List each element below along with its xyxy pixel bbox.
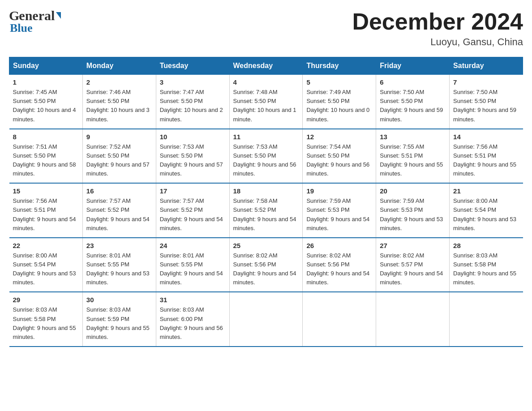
day-number: 6 bbox=[380, 78, 446, 86]
logo-g: G bbox=[9, 9, 19, 22]
col-header-tuesday: Tuesday bbox=[156, 57, 229, 75]
calendar-cell: 12Sunrise: 7:54 AMSunset: 5:50 PMDayligh… bbox=[303, 129, 376, 184]
day-number: 9 bbox=[86, 133, 152, 141]
day-info: Sunrise: 7:53 AMSunset: 5:50 PMDaylight:… bbox=[233, 142, 299, 179]
calendar-cell: 17Sunrise: 7:57 AMSunset: 5:52 PMDayligh… bbox=[156, 183, 229, 238]
calendar-cell: 26Sunrise: 8:02 AMSunset: 5:56 PMDayligh… bbox=[303, 238, 376, 292]
calendar-cell bbox=[450, 292, 523, 347]
calendar-cell bbox=[376, 292, 450, 347]
day-number: 30 bbox=[86, 296, 152, 304]
day-info: Sunrise: 8:01 AMSunset: 5:55 PMDaylight:… bbox=[86, 251, 152, 287]
calendar-header-row: SundayMondayTuesdayWednesdayThursdayFrid… bbox=[9, 57, 523, 75]
calendar-week-row: 8Sunrise: 7:51 AMSunset: 5:50 PMDaylight… bbox=[9, 129, 523, 184]
day-info: Sunrise: 8:00 AMSunset: 5:54 PMDaylight:… bbox=[13, 251, 79, 287]
day-info: Sunrise: 7:52 AMSunset: 5:50 PMDaylight:… bbox=[86, 142, 152, 179]
location-subtitle: Luoyu, Gansu, China bbox=[352, 36, 523, 48]
calendar-cell: 10Sunrise: 7:53 AMSunset: 5:50 PMDayligh… bbox=[156, 129, 229, 184]
col-header-saturday: Saturday bbox=[450, 57, 523, 75]
day-number: 2 bbox=[86, 78, 152, 86]
calendar-cell bbox=[303, 292, 376, 347]
calendar-cell: 11Sunrise: 7:53 AMSunset: 5:50 PMDayligh… bbox=[229, 129, 303, 184]
day-number: 20 bbox=[380, 187, 446, 195]
day-info: Sunrise: 7:56 AMSunset: 5:51 PMDaylight:… bbox=[453, 142, 519, 179]
calendar-cell: 9Sunrise: 7:52 AMSunset: 5:50 PMDaylight… bbox=[82, 129, 156, 184]
calendar-cell: 31Sunrise: 8:03 AMSunset: 6:00 PMDayligh… bbox=[156, 292, 229, 347]
calendar-cell: 7Sunrise: 7:50 AMSunset: 5:50 PMDaylight… bbox=[450, 75, 523, 129]
day-number: 26 bbox=[306, 242, 372, 249]
calendar-cell: 19Sunrise: 7:59 AMSunset: 5:53 PMDayligh… bbox=[303, 183, 376, 238]
day-info: Sunrise: 7:57 AMSunset: 5:52 PMDaylight:… bbox=[86, 197, 152, 233]
day-number: 7 bbox=[453, 78, 519, 86]
day-info: Sunrise: 8:03 AMSunset: 5:59 PMDaylight:… bbox=[86, 305, 152, 342]
day-info: Sunrise: 7:45 AMSunset: 5:50 PMDaylight:… bbox=[13, 88, 79, 124]
day-info: Sunrise: 7:57 AMSunset: 5:52 PMDaylight:… bbox=[160, 197, 226, 233]
day-number: 12 bbox=[306, 133, 372, 141]
calendar-cell: 13Sunrise: 7:55 AMSunset: 5:51 PMDayligh… bbox=[376, 129, 450, 184]
calendar-week-row: 29Sunrise: 8:03 AMSunset: 5:58 PMDayligh… bbox=[9, 292, 523, 347]
logo-eneral: eneral bbox=[19, 9, 55, 22]
day-info: Sunrise: 7:53 AMSunset: 5:50 PMDaylight:… bbox=[160, 142, 226, 179]
day-info: Sunrise: 8:03 AMSunset: 5:58 PMDaylight:… bbox=[13, 305, 79, 342]
day-number: 8 bbox=[13, 133, 79, 141]
calendar-cell bbox=[229, 292, 303, 347]
calendar-week-row: 15Sunrise: 7:56 AMSunset: 5:51 PMDayligh… bbox=[9, 183, 523, 238]
day-info: Sunrise: 7:54 AMSunset: 5:50 PMDaylight:… bbox=[306, 142, 372, 179]
day-number: 21 bbox=[453, 187, 519, 195]
day-info: Sunrise: 8:02 AMSunset: 5:57 PMDaylight:… bbox=[380, 251, 446, 287]
day-info: Sunrise: 7:46 AMSunset: 5:50 PMDaylight:… bbox=[86, 88, 152, 124]
day-number: 19 bbox=[306, 187, 372, 195]
day-info: Sunrise: 7:59 AMSunset: 5:53 PMDaylight:… bbox=[380, 197, 446, 233]
calendar-cell: 28Sunrise: 8:03 AMSunset: 5:58 PMDayligh… bbox=[450, 238, 523, 292]
day-info: Sunrise: 8:02 AMSunset: 5:56 PMDaylight:… bbox=[306, 251, 372, 287]
day-number: 23 bbox=[86, 242, 152, 249]
calendar-cell: 5Sunrise: 7:49 AMSunset: 5:50 PMDaylight… bbox=[303, 75, 376, 129]
logo-arrow-icon bbox=[56, 12, 61, 19]
calendar-cell: 3Sunrise: 7:47 AMSunset: 5:50 PMDaylight… bbox=[156, 75, 229, 129]
day-info: Sunrise: 8:03 AMSunset: 5:58 PMDaylight:… bbox=[453, 251, 519, 287]
day-number: 16 bbox=[86, 187, 152, 195]
day-info: Sunrise: 8:01 AMSunset: 5:55 PMDaylight:… bbox=[160, 251, 226, 287]
calendar-cell: 21Sunrise: 8:00 AMSunset: 5:54 PMDayligh… bbox=[450, 183, 523, 238]
calendar-table: SundayMondayTuesdayWednesdayThursdayFrid… bbox=[9, 57, 523, 347]
day-number: 27 bbox=[380, 242, 446, 249]
day-number: 17 bbox=[160, 187, 226, 195]
day-info: Sunrise: 8:00 AMSunset: 5:54 PMDaylight:… bbox=[453, 197, 519, 233]
calendar-cell: 22Sunrise: 8:00 AMSunset: 5:54 PMDayligh… bbox=[9, 238, 83, 292]
day-info: Sunrise: 8:03 AMSunset: 6:00 PMDaylight:… bbox=[160, 305, 226, 342]
calendar-cell: 18Sunrise: 7:58 AMSunset: 5:52 PMDayligh… bbox=[229, 183, 303, 238]
calendar-cell: 20Sunrise: 7:59 AMSunset: 5:53 PMDayligh… bbox=[376, 183, 450, 238]
day-info: Sunrise: 7:56 AMSunset: 5:51 PMDaylight:… bbox=[13, 197, 79, 233]
calendar-cell: 4Sunrise: 7:48 AMSunset: 5:50 PMDaylight… bbox=[229, 75, 303, 129]
day-number: 10 bbox=[160, 133, 226, 141]
col-header-monday: Monday bbox=[82, 57, 156, 75]
calendar-cell: 2Sunrise: 7:46 AMSunset: 5:50 PMDaylight… bbox=[82, 75, 156, 129]
day-number: 24 bbox=[160, 242, 226, 249]
day-number: 4 bbox=[233, 78, 299, 86]
col-header-friday: Friday bbox=[376, 57, 450, 75]
col-header-wednesday: Wednesday bbox=[229, 57, 303, 75]
day-info: Sunrise: 7:50 AMSunset: 5:50 PMDaylight:… bbox=[453, 88, 519, 124]
calendar-cell: 6Sunrise: 7:50 AMSunset: 5:50 PMDaylight… bbox=[376, 75, 450, 129]
calendar-cell: 15Sunrise: 7:56 AMSunset: 5:51 PMDayligh… bbox=[9, 183, 83, 238]
day-number: 31 bbox=[160, 296, 226, 304]
day-number: 11 bbox=[233, 133, 299, 141]
calendar-cell: 1Sunrise: 7:45 AMSunset: 5:50 PMDaylight… bbox=[9, 75, 83, 129]
day-info: Sunrise: 7:55 AMSunset: 5:51 PMDaylight:… bbox=[380, 142, 446, 179]
calendar-cell: 27Sunrise: 8:02 AMSunset: 5:57 PMDayligh… bbox=[376, 238, 450, 292]
day-number: 25 bbox=[233, 242, 299, 249]
day-number: 5 bbox=[306, 78, 372, 86]
calendar-week-row: 22Sunrise: 8:00 AMSunset: 5:54 PMDayligh… bbox=[9, 238, 523, 292]
day-number: 3 bbox=[160, 78, 226, 86]
calendar-cell: 8Sunrise: 7:51 AMSunset: 5:50 PMDaylight… bbox=[9, 129, 83, 184]
month-year-title: December 2024 bbox=[352, 9, 523, 34]
calendar-cell: 14Sunrise: 7:56 AMSunset: 5:51 PMDayligh… bbox=[450, 129, 523, 184]
col-header-sunday: Sunday bbox=[9, 57, 83, 75]
calendar-week-row: 1Sunrise: 7:45 AMSunset: 5:50 PMDaylight… bbox=[9, 75, 523, 129]
calendar-cell: 23Sunrise: 8:01 AMSunset: 5:55 PMDayligh… bbox=[82, 238, 156, 292]
day-info: Sunrise: 7:59 AMSunset: 5:53 PMDaylight:… bbox=[306, 197, 372, 233]
day-number: 18 bbox=[233, 187, 299, 195]
day-number: 14 bbox=[453, 133, 519, 141]
day-info: Sunrise: 7:47 AMSunset: 5:50 PMDaylight:… bbox=[160, 88, 226, 124]
day-info: Sunrise: 8:02 AMSunset: 5:56 PMDaylight:… bbox=[233, 251, 299, 287]
calendar-cell: 29Sunrise: 8:03 AMSunset: 5:58 PMDayligh… bbox=[9, 292, 83, 347]
